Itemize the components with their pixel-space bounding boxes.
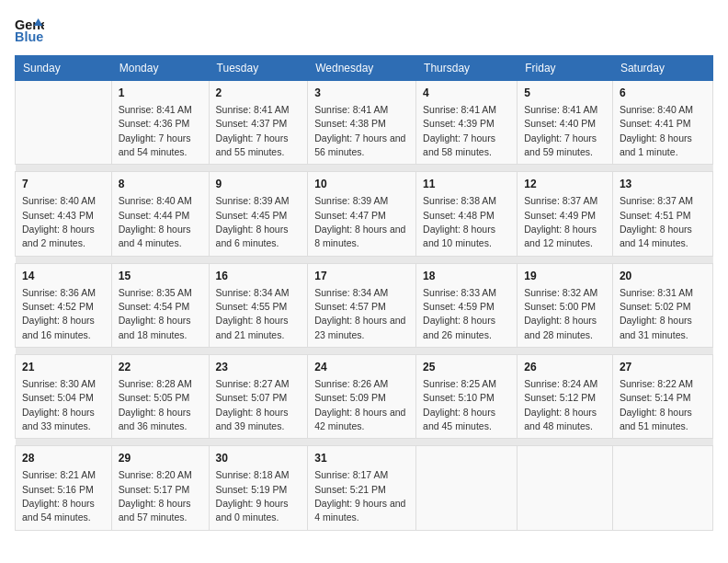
calendar-cell: 17Sunrise: 8:34 AMSunset: 4:57 PMDayligh… — [308, 263, 416, 347]
day-info: Sunrise: 8:41 AMSunset: 4:37 PMDaylight:… — [216, 104, 290, 157]
day-number: 29 — [119, 451, 202, 466]
day-number: 22 — [119, 360, 202, 375]
calendar-cell: 16Sunrise: 8:34 AMSunset: 4:55 PMDayligh… — [209, 263, 308, 347]
day-number: 31 — [314, 451, 409, 466]
calendar-cell: 6Sunrise: 8:40 AMSunset: 4:41 PMDaylight… — [612, 81, 712, 165]
separator-cell — [16, 256, 713, 263]
day-number: 21 — [22, 360, 105, 375]
calendar-cell — [416, 446, 518, 530]
calendar-cell: 12Sunrise: 8:37 AMSunset: 4:49 PMDayligh… — [518, 172, 613, 256]
calendar-cell — [612, 446, 712, 530]
day-info: Sunrise: 8:17 AMSunset: 5:21 PMDaylight:… — [314, 469, 405, 523]
separator-cell — [16, 439, 713, 446]
column-header-wednesday: Wednesday — [308, 56, 416, 81]
calendar-cell: 27Sunrise: 8:22 AMSunset: 5:14 PMDayligh… — [612, 355, 712, 439]
calendar-cell — [16, 81, 112, 165]
column-header-friday: Friday — [518, 56, 613, 81]
day-info: Sunrise: 8:37 AMSunset: 4:51 PMDaylight:… — [620, 195, 693, 248]
day-info: Sunrise: 8:18 AMSunset: 5:19 PMDaylight:… — [216, 469, 290, 523]
calendar-table: SundayMondayTuesdayWednesdayThursdayFrid… — [15, 55, 713, 531]
column-header-monday: Monday — [111, 56, 209, 81]
calendar-cell — [518, 446, 613, 530]
day-number: 15 — [119, 269, 202, 284]
day-number: 25 — [423, 360, 510, 375]
day-number: 1 — [119, 86, 202, 101]
calendar-cell: 11Sunrise: 8:38 AMSunset: 4:48 PMDayligh… — [416, 172, 518, 256]
separator-cell — [16, 165, 713, 172]
day-info: Sunrise: 8:36 AMSunset: 4:52 PMDaylight:… — [22, 287, 96, 340]
day-number: 13 — [620, 177, 706, 192]
calendar-cell: 31Sunrise: 8:17 AMSunset: 5:21 PMDayligh… — [308, 446, 416, 530]
calendar-cell: 10Sunrise: 8:39 AMSunset: 4:47 PMDayligh… — [308, 172, 416, 256]
week-row-2: 7Sunrise: 8:40 AMSunset: 4:43 PMDaylight… — [16, 172, 713, 256]
day-info: Sunrise: 8:25 AMSunset: 5:10 PMDaylight:… — [423, 378, 496, 431]
calendar-cell: 24Sunrise: 8:26 AMSunset: 5:09 PMDayligh… — [308, 355, 416, 439]
column-header-tuesday: Tuesday — [209, 56, 308, 81]
day-info: Sunrise: 8:21 AMSunset: 5:16 PMDaylight:… — [22, 469, 96, 523]
calendar-cell: 14Sunrise: 8:36 AMSunset: 4:52 PMDayligh… — [16, 263, 112, 347]
day-info: Sunrise: 8:40 AMSunset: 4:41 PMDaylight:… — [620, 104, 693, 157]
header-row: SundayMondayTuesdayWednesdayThursdayFrid… — [16, 56, 713, 81]
day-info: Sunrise: 8:39 AMSunset: 4:45 PMDaylight:… — [216, 195, 290, 248]
calendar-cell: 18Sunrise: 8:33 AMSunset: 4:59 PMDayligh… — [416, 263, 518, 347]
calendar-cell: 7Sunrise: 8:40 AMSunset: 4:43 PMDaylight… — [16, 172, 112, 256]
day-info: Sunrise: 8:28 AMSunset: 5:05 PMDaylight:… — [119, 378, 192, 431]
day-number: 18 — [423, 269, 510, 284]
page-header: General Blue — [15, 15, 713, 44]
week-row-3: 14Sunrise: 8:36 AMSunset: 4:52 PMDayligh… — [16, 263, 713, 347]
row-separator — [16, 256, 713, 263]
day-info: Sunrise: 8:20 AMSunset: 5:17 PMDaylight:… — [119, 469, 192, 523]
day-info: Sunrise: 8:34 AMSunset: 4:57 PMDaylight:… — [314, 287, 405, 340]
row-separator — [16, 165, 713, 172]
day-number: 10 — [314, 177, 409, 192]
day-number: 6 — [620, 86, 706, 101]
calendar-cell: 20Sunrise: 8:31 AMSunset: 5:02 PMDayligh… — [612, 263, 712, 347]
day-info: Sunrise: 8:41 AMSunset: 4:40 PMDaylight:… — [524, 104, 597, 157]
day-info: Sunrise: 8:34 AMSunset: 4:55 PMDaylight:… — [216, 287, 290, 340]
calendar-cell: 8Sunrise: 8:40 AMSunset: 4:44 PMDaylight… — [111, 172, 209, 256]
day-info: Sunrise: 8:37 AMSunset: 4:49 PMDaylight:… — [524, 195, 597, 248]
day-number: 24 — [314, 360, 409, 375]
day-number: 28 — [22, 451, 105, 466]
week-row-4: 21Sunrise: 8:30 AMSunset: 5:04 PMDayligh… — [16, 355, 713, 439]
calendar-cell: 21Sunrise: 8:30 AMSunset: 5:04 PMDayligh… — [16, 355, 112, 439]
day-info: Sunrise: 8:40 AMSunset: 4:44 PMDaylight:… — [119, 195, 192, 248]
calendar-cell: 15Sunrise: 8:35 AMSunset: 4:54 PMDayligh… — [111, 263, 209, 347]
day-number: 27 — [620, 360, 706, 375]
day-info: Sunrise: 8:22 AMSunset: 5:14 PMDaylight:… — [620, 378, 693, 431]
calendar-cell: 30Sunrise: 8:18 AMSunset: 5:19 PMDayligh… — [209, 446, 308, 530]
day-info: Sunrise: 8:41 AMSunset: 4:36 PMDaylight:… — [119, 104, 192, 157]
week-row-5: 28Sunrise: 8:21 AMSunset: 5:16 PMDayligh… — [16, 446, 713, 530]
day-number: 11 — [423, 177, 510, 192]
day-number: 8 — [119, 177, 202, 192]
calendar-header: SundayMondayTuesdayWednesdayThursdayFrid… — [16, 56, 713, 81]
day-number: 17 — [314, 269, 409, 284]
day-number: 23 — [216, 360, 301, 375]
day-info: Sunrise: 8:41 AMSunset: 4:39 PMDaylight:… — [423, 104, 496, 157]
calendar-cell: 19Sunrise: 8:32 AMSunset: 5:00 PMDayligh… — [518, 263, 613, 347]
day-info: Sunrise: 8:35 AMSunset: 4:54 PMDaylight:… — [119, 287, 192, 340]
logo: General Blue — [15, 15, 44, 44]
day-number: 7 — [22, 177, 105, 192]
calendar-cell: 1Sunrise: 8:41 AMSunset: 4:36 PMDaylight… — [111, 81, 209, 165]
calendar-cell: 5Sunrise: 8:41 AMSunset: 4:40 PMDaylight… — [518, 81, 613, 165]
day-info: Sunrise: 8:38 AMSunset: 4:48 PMDaylight:… — [423, 195, 496, 248]
calendar-cell: 23Sunrise: 8:27 AMSunset: 5:07 PMDayligh… — [209, 355, 308, 439]
day-info: Sunrise: 8:33 AMSunset: 4:59 PMDaylight:… — [423, 287, 496, 340]
calendar-cell: 4Sunrise: 8:41 AMSunset: 4:39 PMDaylight… — [416, 81, 518, 165]
row-separator — [16, 439, 713, 446]
column-header-saturday: Saturday — [612, 56, 712, 81]
calendar-cell: 9Sunrise: 8:39 AMSunset: 4:45 PMDaylight… — [209, 172, 308, 256]
row-separator — [16, 348, 713, 355]
day-info: Sunrise: 8:26 AMSunset: 5:09 PMDaylight:… — [314, 378, 405, 431]
calendar-body: 1Sunrise: 8:41 AMSunset: 4:36 PMDaylight… — [16, 81, 713, 531]
day-info: Sunrise: 8:39 AMSunset: 4:47 PMDaylight:… — [314, 195, 405, 248]
day-info: Sunrise: 8:30 AMSunset: 5:04 PMDaylight:… — [22, 378, 96, 431]
day-number: 5 — [524, 86, 606, 101]
day-info: Sunrise: 8:27 AMSunset: 5:07 PMDaylight:… — [216, 378, 290, 431]
day-info: Sunrise: 8:24 AMSunset: 5:12 PMDaylight:… — [524, 378, 597, 431]
separator-cell — [16, 348, 713, 355]
column-header-sunday: Sunday — [16, 56, 112, 81]
day-number: 4 — [423, 86, 510, 101]
day-number: 30 — [216, 451, 301, 466]
